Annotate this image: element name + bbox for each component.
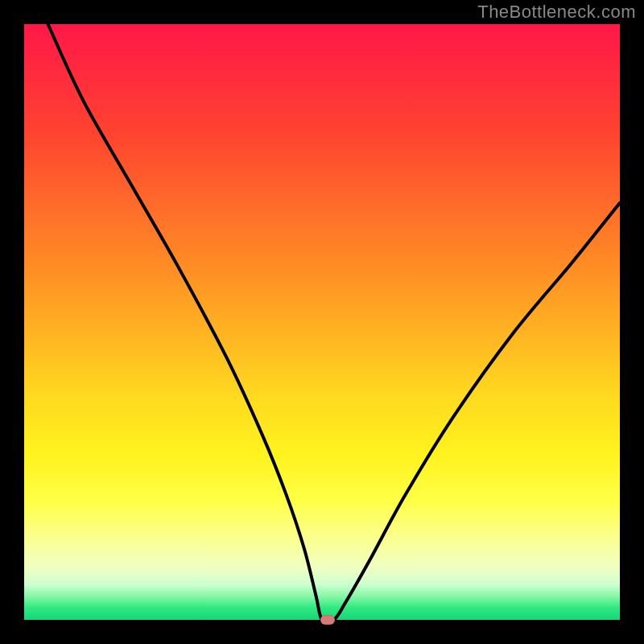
optimum-marker (320, 615, 335, 625)
plot-area (24, 24, 620, 620)
watermark-text: TheBottleneck.com (477, 2, 636, 23)
bottleneck-curve (24, 24, 620, 620)
curve-path (48, 24, 620, 622)
chart-container: TheBottleneck.com (0, 0, 644, 644)
